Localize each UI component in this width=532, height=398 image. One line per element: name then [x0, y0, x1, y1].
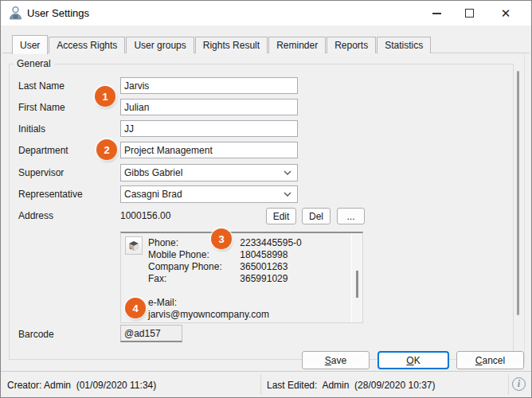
initials-input[interactable] — [120, 120, 298, 137]
address-more-button[interactable]: ... — [337, 208, 365, 224]
department-input[interactable] — [120, 142, 298, 158]
tab-reports[interactable]: Reports — [327, 37, 376, 53]
address-details-panel: Phone: 2233445595-0 Mobile Phone: 180458… — [120, 232, 363, 323]
mobile-phone-row: Mobile Phone: 180458998 — [148, 249, 288, 261]
tab-rights-result[interactable]: Rights Result — [195, 37, 268, 53]
email-label: e-Mail: — [148, 297, 177, 309]
supervisor-dropdown[interactable]: Gibbs Gabriel — [120, 164, 298, 181]
last-edited-status: Last Edited: Admin (28/09/2020 10:37) — [267, 380, 435, 391]
phone-value: 2233445595-0 — [240, 237, 301, 248]
tab-reminder[interactable]: Reminder — [268, 37, 326, 53]
annotation-badge-3: 3 — [211, 228, 232, 249]
mobile-phone-label: Mobile Phone: — [148, 249, 237, 260]
cube-icon — [128, 240, 139, 252]
initials-label: Initials — [18, 123, 115, 135]
panel-scrollbar-thumb[interactable] — [356, 271, 358, 298]
address-label: Address — [18, 210, 115, 221]
company-phone-label: Company Phone: — [148, 261, 237, 272]
title-bar: User Settings ✕ — [1, 1, 531, 25]
tab-user-groups[interactable]: User groups — [126, 37, 194, 53]
cancel-button[interactable]: Cancel — [456, 351, 524, 369]
save-button[interactable]: Save — [302, 351, 370, 369]
representative-dropdown[interactable]: Casagni Brad — [120, 185, 298, 203]
company-phone-row: Company Phone: 365001263 — [148, 261, 288, 273]
address-edit-button[interactable]: Edit — [266, 208, 296, 224]
minimize-button[interactable] — [421, 1, 452, 25]
info-icon[interactable]: i — [512, 377, 526, 391]
representative-label: Representative — [18, 189, 115, 200]
page-scrollbar-thumb[interactable] — [517, 71, 519, 315]
window-title: User Settings — [27, 7, 89, 19]
user-settings-dialog: User Settings ✕ User Access Rights User … — [0, 0, 532, 398]
address-del-button[interactable]: Del — [302, 208, 331, 224]
chevron-down-icon — [284, 192, 291, 197]
close-icon: ✕ — [501, 6, 511, 21]
creator-status: Creator: Admin (01/09/2020 11:34) — [7, 380, 156, 391]
first-name-input[interactable] — [120, 99, 298, 115]
tab-page-right-border — [524, 53, 525, 365]
fax-row: Fax: 365991029 — [148, 273, 288, 285]
panel-scrollbar[interactable] — [351, 233, 362, 322]
user-icon — [8, 6, 23, 21]
tab-user[interactable]: User — [12, 35, 48, 54]
barcode-label: Barcode — [18, 329, 115, 340]
close-button[interactable]: ✕ — [488, 1, 523, 25]
company-phone-value: 365001263 — [240, 261, 288, 272]
tab-access-rights[interactable]: Access Rights — [49, 37, 125, 53]
mobile-phone-value: 180458998 — [240, 249, 288, 260]
email-value: jarvis@myowncompany.com — [148, 309, 269, 321]
minimize-icon — [432, 13, 441, 14]
maximize-icon — [465, 9, 474, 18]
statusbar-divider — [260, 374, 261, 395]
address-number: 1000156.00 — [120, 210, 170, 221]
maximize-button[interactable] — [453, 1, 485, 25]
barcode-field[interactable]: @ad157 — [120, 325, 182, 342]
annotation-badge-2: 2 — [96, 139, 117, 160]
chevron-down-icon — [284, 170, 291, 175]
ok-button[interactable]: OK — [377, 351, 449, 369]
fax-value: 365991029 — [240, 273, 288, 284]
general-group-label: General — [14, 58, 54, 69]
annotation-badge-4: 4 — [125, 298, 146, 318]
tab-strip: User Access Rights User groups Rights Re… — [12, 34, 432, 53]
address-type-cell[interactable] — [125, 236, 143, 255]
annotation-badge-1: 1 — [95, 86, 115, 107]
last-name-input[interactable] — [120, 77, 298, 94]
tab-statistics[interactable]: Statistics — [377, 37, 431, 53]
status-bar: Creator: Admin (01/09/2020 11:34) Last E… — [1, 371, 531, 397]
statusbar-divider — [508, 374, 509, 395]
supervisor-label: Supervisor — [18, 167, 115, 178]
fax-label: Fax: — [148, 273, 237, 284]
